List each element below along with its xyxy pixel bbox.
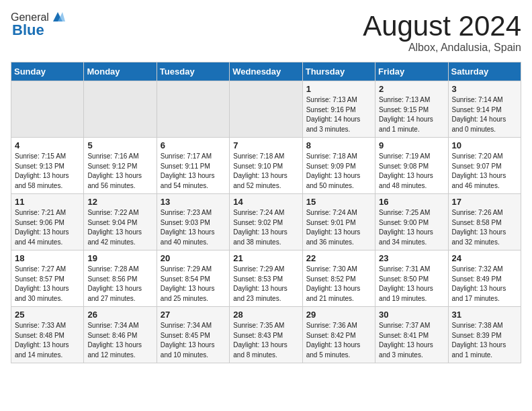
day-info: Sunrise: 7:23 AM Sunset: 9:03 PM Dayligh… [161, 208, 226, 247]
day-info: Sunrise: 7:13 AM Sunset: 9:15 PM Dayligh… [379, 95, 444, 134]
calendar-cell: 16Sunrise: 7:25 AM Sunset: 9:00 PM Dayli… [375, 194, 448, 250]
calendar-cell: 25Sunrise: 7:33 AM Sunset: 8:48 PM Dayli… [11, 307, 84, 363]
day-number: 2 [379, 84, 444, 94]
day-number: 16 [379, 197, 444, 207]
day-number: 30 [379, 310, 444, 320]
day-info: Sunrise: 7:34 AM Sunset: 8:46 PM Dayligh… [87, 321, 152, 360]
day-info: Sunrise: 7:21 AM Sunset: 9:06 PM Dayligh… [15, 208, 80, 247]
page-header: General Blue August 2024 Albox, Andalusi… [11, 11, 521, 54]
calendar-week-row: 11Sunrise: 7:21 AM Sunset: 9:06 PM Dayli… [11, 194, 521, 250]
day-number: 23 [379, 253, 444, 263]
day-info: Sunrise: 7:24 AM Sunset: 9:02 PM Dayligh… [233, 208, 298, 247]
calendar-cell: 13Sunrise: 7:23 AM Sunset: 9:03 PM Dayli… [157, 194, 229, 250]
day-info: Sunrise: 7:34 AM Sunset: 8:45 PM Dayligh… [161, 321, 226, 360]
day-info: Sunrise: 7:24 AM Sunset: 9:01 PM Dayligh… [306, 208, 371, 247]
calendar-week-row: 25Sunrise: 7:33 AM Sunset: 8:48 PM Dayli… [11, 307, 521, 363]
calendar-week-row: 4Sunrise: 7:15 AM Sunset: 9:13 PM Daylig… [11, 138, 521, 194]
day-number: 11 [15, 197, 80, 207]
calendar-cell: 9Sunrise: 7:19 AM Sunset: 9:08 PM Daylig… [375, 138, 448, 194]
day-info: Sunrise: 7:15 AM Sunset: 9:13 PM Dayligh… [15, 152, 80, 191]
day-number: 7 [233, 140, 298, 150]
day-info: Sunrise: 7:16 AM Sunset: 9:12 PM Dayligh… [87, 152, 152, 191]
calendar-cell: 2Sunrise: 7:13 AM Sunset: 9:15 PM Daylig… [375, 81, 448, 138]
calendar-day-header: Monday [84, 62, 157, 81]
day-info: Sunrise: 7:27 AM Sunset: 8:57 PM Dayligh… [15, 265, 80, 304]
calendar-cell: 14Sunrise: 7:24 AM Sunset: 9:02 PM Dayli… [230, 194, 302, 250]
day-info: Sunrise: 7:25 AM Sunset: 9:00 PM Dayligh… [379, 208, 444, 247]
day-number: 24 [452, 253, 517, 263]
logo-icon [50, 9, 65, 24]
calendar-cell: 11Sunrise: 7:21 AM Sunset: 9:06 PM Dayli… [11, 194, 84, 250]
calendar-cell [84, 81, 157, 138]
day-number: 14 [233, 197, 298, 207]
day-number: 10 [452, 140, 517, 150]
calendar-cell: 27Sunrise: 7:34 AM Sunset: 8:45 PM Dayli… [157, 307, 229, 363]
day-number: 21 [233, 253, 298, 263]
calendar-header-row: SundayMondayTuesdayWednesdayThursdayFrid… [11, 62, 521, 81]
calendar-cell: 31Sunrise: 7:38 AM Sunset: 8:39 PM Dayli… [448, 307, 521, 363]
day-number: 3 [452, 84, 517, 94]
day-info: Sunrise: 7:29 AM Sunset: 8:53 PM Dayligh… [233, 265, 298, 304]
day-info: Sunrise: 7:30 AM Sunset: 8:52 PM Dayligh… [306, 265, 371, 304]
day-number: 5 [87, 140, 152, 150]
day-info: Sunrise: 7:28 AM Sunset: 8:56 PM Dayligh… [87, 265, 152, 304]
day-number: 13 [161, 197, 226, 207]
day-info: Sunrise: 7:14 AM Sunset: 9:14 PM Dayligh… [452, 95, 517, 134]
day-number: 18 [15, 253, 80, 263]
calendar-cell [11, 81, 84, 138]
calendar-day-header: Sunday [11, 62, 84, 81]
calendar-cell: 30Sunrise: 7:37 AM Sunset: 8:41 PM Dayli… [375, 307, 448, 363]
calendar-cell: 1Sunrise: 7:13 AM Sunset: 9:16 PM Daylig… [302, 81, 375, 138]
day-number: 27 [161, 310, 226, 320]
day-info: Sunrise: 7:22 AM Sunset: 9:04 PM Dayligh… [87, 208, 152, 247]
calendar-cell: 8Sunrise: 7:18 AM Sunset: 9:09 PM Daylig… [302, 138, 375, 194]
day-number: 26 [87, 310, 152, 320]
calendar-week-row: 1Sunrise: 7:13 AM Sunset: 9:16 PM Daylig… [11, 81, 521, 138]
day-info: Sunrise: 7:17 AM Sunset: 9:11 PM Dayligh… [161, 152, 226, 191]
calendar-day-header: Wednesday [230, 62, 302, 81]
day-number: 28 [233, 310, 298, 320]
day-info: Sunrise: 7:18 AM Sunset: 9:09 PM Dayligh… [306, 152, 371, 191]
logo: General Blue [11, 11, 65, 39]
day-info: Sunrise: 7:18 AM Sunset: 9:10 PM Dayligh… [233, 152, 298, 191]
day-info: Sunrise: 7:29 AM Sunset: 8:54 PM Dayligh… [161, 265, 226, 304]
day-info: Sunrise: 7:38 AM Sunset: 8:39 PM Dayligh… [452, 321, 517, 360]
day-number: 1 [306, 84, 371, 94]
calendar-day-header: Thursday [302, 62, 375, 81]
day-info: Sunrise: 7:33 AM Sunset: 8:48 PM Dayligh… [15, 321, 80, 360]
day-number: 29 [306, 310, 371, 320]
calendar-cell: 3Sunrise: 7:14 AM Sunset: 9:14 PM Daylig… [448, 81, 521, 138]
calendar-cell: 22Sunrise: 7:30 AM Sunset: 8:52 PM Dayli… [302, 250, 375, 307]
calendar-cell: 26Sunrise: 7:34 AM Sunset: 8:46 PM Dayli… [84, 307, 157, 363]
calendar-day-header: Saturday [448, 62, 521, 81]
day-number: 12 [87, 197, 152, 207]
day-number: 8 [306, 140, 371, 150]
day-info: Sunrise: 7:37 AM Sunset: 8:41 PM Dayligh… [379, 321, 444, 360]
calendar-week-row: 18Sunrise: 7:27 AM Sunset: 8:57 PM Dayli… [11, 250, 521, 307]
day-info: Sunrise: 7:19 AM Sunset: 9:08 PM Dayligh… [379, 152, 444, 191]
day-number: 6 [161, 140, 226, 150]
calendar-cell: 21Sunrise: 7:29 AM Sunset: 8:53 PM Dayli… [230, 250, 302, 307]
day-info: Sunrise: 7:31 AM Sunset: 8:50 PM Dayligh… [379, 265, 444, 304]
calendar-cell: 7Sunrise: 7:18 AM Sunset: 9:10 PM Daylig… [230, 138, 302, 194]
calendar-table: SundayMondayTuesdayWednesdayThursdayFrid… [11, 62, 521, 363]
calendar-cell: 18Sunrise: 7:27 AM Sunset: 8:57 PM Dayli… [11, 250, 84, 307]
month-title: August 2024 [363, 11, 521, 42]
calendar-cell: 4Sunrise: 7:15 AM Sunset: 9:13 PM Daylig… [11, 138, 84, 194]
calendar-day-header: Tuesday [157, 62, 229, 81]
title-block: August 2024 Albox, Andalusia, Spain [363, 11, 521, 54]
day-number: 20 [161, 253, 226, 263]
logo-blue-text: Blue [12, 21, 44, 39]
calendar-cell: 6Sunrise: 7:17 AM Sunset: 9:11 PM Daylig… [157, 138, 229, 194]
day-info: Sunrise: 7:20 AM Sunset: 9:07 PM Dayligh… [452, 152, 517, 191]
day-number: 25 [15, 310, 80, 320]
day-info: Sunrise: 7:35 AM Sunset: 8:43 PM Dayligh… [233, 321, 298, 360]
calendar-cell [230, 81, 302, 138]
day-number: 4 [15, 140, 80, 150]
day-info: Sunrise: 7:32 AM Sunset: 8:49 PM Dayligh… [452, 265, 517, 304]
calendar-cell: 19Sunrise: 7:28 AM Sunset: 8:56 PM Dayli… [84, 250, 157, 307]
location-title: Albox, Andalusia, Spain [363, 42, 521, 54]
day-number: 19 [87, 253, 152, 263]
calendar-cell [157, 81, 229, 138]
calendar-cell: 12Sunrise: 7:22 AM Sunset: 9:04 PM Dayli… [84, 194, 157, 250]
